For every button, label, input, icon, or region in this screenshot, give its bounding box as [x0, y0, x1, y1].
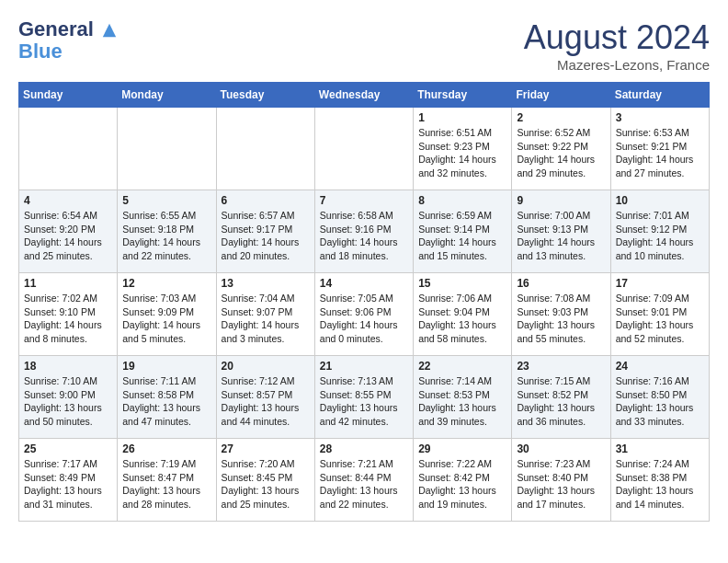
- day-number: 19: [122, 360, 210, 373]
- calendar-table: SundayMondayTuesdayWednesdayThursdayFrid…: [18, 82, 710, 522]
- day-number: 4: [24, 194, 112, 207]
- calendar-cell: 26Sunrise: 7:19 AM Sunset: 8:47 PM Dayli…: [118, 439, 216, 522]
- day-info: Sunrise: 7:24 AM Sunset: 8:38 PM Dayligh…: [616, 457, 704, 511]
- day-info: Sunrise: 6:52 AM Sunset: 9:22 PM Dayligh…: [517, 126, 605, 180]
- calendar-cell: 19Sunrise: 7:11 AM Sunset: 8:58 PM Dayli…: [118, 356, 216, 439]
- calendar-cell: [314, 108, 413, 190]
- calendar-cell: 30Sunrise: 7:23 AM Sunset: 8:40 PM Dayli…: [512, 439, 610, 522]
- day-info: Sunrise: 7:04 AM Sunset: 9:07 PM Dayligh…: [222, 292, 310, 346]
- day-info: Sunrise: 6:53 AM Sunset: 9:21 PM Dayligh…: [616, 126, 704, 180]
- day-number: 21: [320, 360, 408, 373]
- calendar-cell: 23Sunrise: 7:15 AM Sunset: 8:52 PM Dayli…: [512, 356, 610, 439]
- day-number: 17: [616, 277, 704, 290]
- day-number: 16: [517, 277, 605, 290]
- day-info: Sunrise: 7:09 AM Sunset: 9:01 PM Dayligh…: [616, 292, 704, 346]
- day-number: 28: [320, 442, 408, 455]
- day-number: 8: [418, 194, 506, 207]
- calendar-week-5: 25Sunrise: 7:17 AM Sunset: 8:49 PM Dayli…: [19, 439, 710, 522]
- calendar-cell: 21Sunrise: 7:13 AM Sunset: 8:55 PM Dayli…: [314, 356, 413, 439]
- weekday-header-friday: Friday: [512, 83, 610, 108]
- day-number: 11: [24, 277, 112, 290]
- day-number: 5: [122, 194, 210, 207]
- calendar-cell: 24Sunrise: 7:16 AM Sunset: 8:50 PM Dayli…: [610, 356, 709, 439]
- day-number: 25: [24, 442, 112, 455]
- day-info: Sunrise: 7:22 AM Sunset: 8:42 PM Dayligh…: [418, 457, 506, 511]
- calendar-cell: 11Sunrise: 7:02 AM Sunset: 9:10 PM Dayli…: [19, 273, 118, 356]
- day-info: Sunrise: 7:06 AM Sunset: 9:04 PM Dayligh…: [418, 292, 506, 346]
- day-number: 9: [517, 194, 605, 207]
- day-number: 18: [24, 360, 112, 373]
- logo-text: General: [18, 18, 118, 40]
- calendar-cell: 31Sunrise: 7:24 AM Sunset: 8:38 PM Dayli…: [610, 439, 709, 522]
- calendar-cell: 18Sunrise: 7:10 AM Sunset: 9:00 PM Dayli…: [19, 356, 118, 439]
- calendar-cell: 15Sunrise: 7:06 AM Sunset: 9:04 PM Dayli…: [414, 273, 512, 356]
- calendar-cell: 13Sunrise: 7:04 AM Sunset: 9:07 PM Dayli…: [216, 273, 314, 356]
- calendar-cell: 27Sunrise: 7:20 AM Sunset: 8:45 PM Dayli…: [216, 439, 314, 522]
- day-info: Sunrise: 7:03 AM Sunset: 9:09 PM Dayligh…: [122, 292, 210, 346]
- calendar-week-2: 4Sunrise: 6:54 AM Sunset: 9:20 PM Daylig…: [19, 190, 710, 273]
- svg-marker-0: [103, 24, 116, 37]
- day-number: 2: [517, 111, 605, 124]
- day-info: Sunrise: 6:59 AM Sunset: 9:14 PM Dayligh…: [418, 209, 506, 263]
- day-number: 23: [517, 360, 605, 373]
- calendar-cell: 10Sunrise: 7:01 AM Sunset: 9:12 PM Dayli…: [610, 190, 709, 273]
- day-info: Sunrise: 7:15 AM Sunset: 8:52 PM Dayligh…: [517, 374, 605, 429]
- day-info: Sunrise: 7:14 AM Sunset: 8:53 PM Dayligh…: [418, 374, 506, 429]
- day-number: 26: [122, 442, 210, 455]
- logo: General Blue: [18, 18, 118, 63]
- calendar-cell: 16Sunrise: 7:08 AM Sunset: 9:03 PM Dayli…: [512, 273, 610, 356]
- calendar-cell: 29Sunrise: 7:22 AM Sunset: 8:42 PM Dayli…: [414, 439, 512, 522]
- day-info: Sunrise: 7:00 AM Sunset: 9:13 PM Dayligh…: [517, 209, 605, 263]
- day-info: Sunrise: 6:51 AM Sunset: 9:23 PM Dayligh…: [418, 126, 506, 180]
- day-info: Sunrise: 7:16 AM Sunset: 8:50 PM Dayligh…: [616, 374, 704, 429]
- day-info: Sunrise: 7:12 AM Sunset: 8:57 PM Dayligh…: [222, 374, 310, 429]
- calendar-cell: 25Sunrise: 7:17 AM Sunset: 8:49 PM Dayli…: [19, 439, 118, 522]
- location: Mazeres-Lezons, France: [524, 57, 710, 73]
- day-info: Sunrise: 7:19 AM Sunset: 8:47 PM Dayligh…: [122, 457, 210, 511]
- day-number: 22: [418, 360, 506, 373]
- calendar-cell: 17Sunrise: 7:09 AM Sunset: 9:01 PM Dayli…: [610, 273, 709, 356]
- day-number: 24: [616, 360, 704, 373]
- day-number: 15: [418, 277, 506, 290]
- weekday-header-wednesday: Wednesday: [314, 83, 413, 108]
- day-info: Sunrise: 7:01 AM Sunset: 9:12 PM Dayligh…: [616, 209, 704, 263]
- weekday-header-monday: Monday: [118, 83, 216, 108]
- calendar-cell: 12Sunrise: 7:03 AM Sunset: 9:09 PM Dayli…: [118, 273, 216, 356]
- day-info: Sunrise: 6:58 AM Sunset: 9:16 PM Dayligh…: [320, 209, 408, 263]
- day-info: Sunrise: 7:10 AM Sunset: 9:00 PM Dayligh…: [24, 374, 112, 429]
- day-info: Sunrise: 6:54 AM Sunset: 9:20 PM Dayligh…: [24, 209, 112, 263]
- day-number: 7: [320, 194, 408, 207]
- day-info: Sunrise: 7:20 AM Sunset: 8:45 PM Dayligh…: [222, 457, 310, 511]
- weekday-header-thursday: Thursday: [414, 83, 512, 108]
- day-number: 1: [418, 111, 506, 124]
- day-number: 14: [320, 277, 408, 290]
- page-header: General Blue August 2024 Mazeres-Lezons,…: [18, 18, 710, 73]
- calendar-cell: 6Sunrise: 6:57 AM Sunset: 9:17 PM Daylig…: [216, 190, 314, 273]
- day-info: Sunrise: 6:55 AM Sunset: 9:18 PM Dayligh…: [122, 209, 210, 263]
- month-year: August 2024: [524, 18, 710, 57]
- day-info: Sunrise: 7:11 AM Sunset: 8:58 PM Dayligh…: [122, 374, 210, 429]
- day-number: 31: [616, 442, 704, 455]
- calendar-cell: [19, 108, 118, 190]
- day-number: 6: [222, 194, 310, 207]
- day-number: 3: [616, 111, 704, 124]
- calendar-cell: 9Sunrise: 7:00 AM Sunset: 9:13 PM Daylig…: [512, 190, 610, 273]
- day-info: Sunrise: 7:21 AM Sunset: 8:44 PM Dayligh…: [320, 457, 408, 511]
- day-info: Sunrise: 7:23 AM Sunset: 8:40 PM Dayligh…: [517, 457, 605, 511]
- calendar-week-4: 18Sunrise: 7:10 AM Sunset: 9:00 PM Dayli…: [19, 356, 710, 439]
- calendar-cell: 20Sunrise: 7:12 AM Sunset: 8:57 PM Dayli…: [216, 356, 314, 439]
- day-number: 13: [222, 277, 310, 290]
- calendar-cell: 14Sunrise: 7:05 AM Sunset: 9:06 PM Dayli…: [314, 273, 413, 356]
- day-info: Sunrise: 7:13 AM Sunset: 8:55 PM Dayligh…: [320, 374, 408, 429]
- calendar-cell: 5Sunrise: 6:55 AM Sunset: 9:18 PM Daylig…: [118, 190, 216, 273]
- calendar-cell: 28Sunrise: 7:21 AM Sunset: 8:44 PM Dayli…: [314, 439, 413, 522]
- title-block: August 2024 Mazeres-Lezons, France: [524, 18, 710, 73]
- weekday-header-tuesday: Tuesday: [216, 83, 314, 108]
- day-number: 20: [222, 360, 310, 373]
- day-number: 30: [517, 442, 605, 455]
- day-number: 12: [122, 277, 210, 290]
- day-info: Sunrise: 7:05 AM Sunset: 9:06 PM Dayligh…: [320, 292, 408, 346]
- weekday-header-saturday: Saturday: [610, 83, 709, 108]
- calendar-cell: [118, 108, 216, 190]
- weekday-header-sunday: Sunday: [19, 83, 118, 108]
